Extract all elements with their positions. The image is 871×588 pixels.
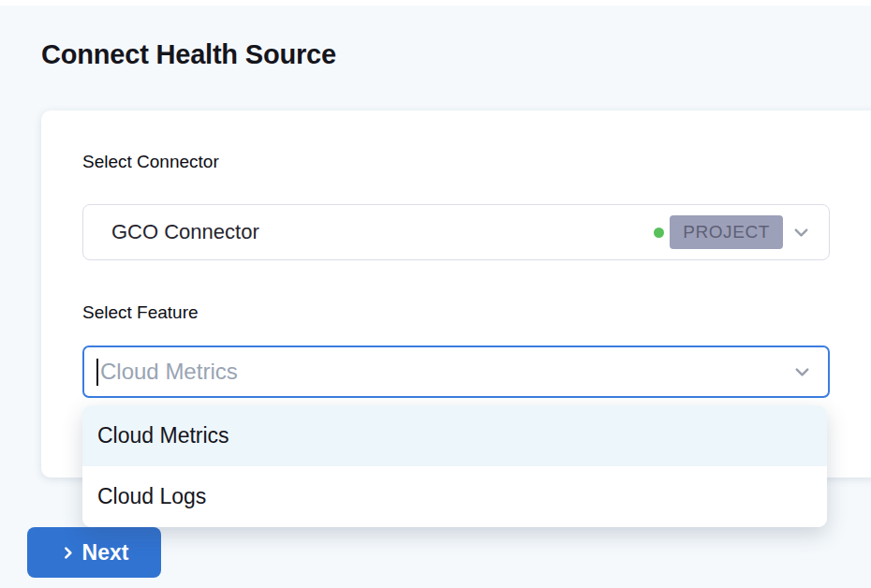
feature-options-menu: Cloud Metrics Cloud Logs <box>82 405 827 527</box>
chevron-down-icon <box>790 222 812 243</box>
connector-selected-value: GCO Connector <box>111 220 259 244</box>
feature-select-input[interactable]: Cloud Metrics <box>82 345 830 398</box>
connector-field-label: Select Connector <box>82 152 219 172</box>
option-cloud-metrics[interactable]: Cloud Metrics <box>82 405 827 466</box>
chevron-down-icon <box>791 361 813 383</box>
connector-select-meta: PROJECT <box>654 215 812 249</box>
top-edge-strip <box>0 0 871 6</box>
page-title: Connect Health Source <box>41 39 336 70</box>
next-button[interactable]: Next <box>27 527 161 578</box>
chevron-right-icon <box>60 545 76 561</box>
project-scope-badge: PROJECT <box>670 215 783 249</box>
feature-input-placeholder: Cloud Metrics <box>100 359 238 385</box>
text-caret <box>96 359 98 386</box>
connector-select[interactable]: GCO Connector PROJECT <box>82 204 830 260</box>
green-status-dot-icon <box>654 228 664 238</box>
next-button-label: Next <box>82 540 129 566</box>
feature-field-label: Select Feature <box>82 302 199 323</box>
option-cloud-logs[interactable]: Cloud Logs <box>82 466 827 527</box>
